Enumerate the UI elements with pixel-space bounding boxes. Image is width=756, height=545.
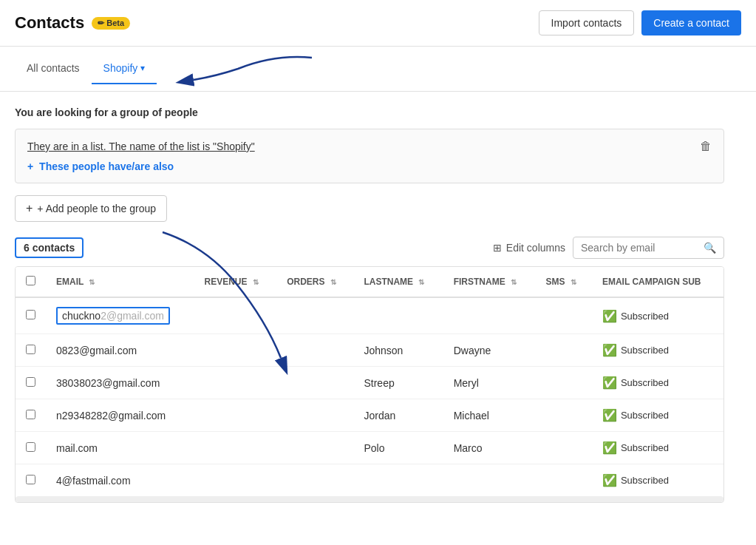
sms-cell: [536, 432, 592, 464]
add-people-button[interactable]: + + Add people to the group: [15, 195, 167, 222]
contacts-table: EMAIL ⇅ REVENUE ⇅ ORDERS ⇅ LASTNAME: [15, 266, 724, 503]
lastname-cell: Polo: [353, 432, 443, 464]
col-sms[interactable]: SMS ⇅: [536, 267, 592, 297]
email-cell[interactable]: chuckno2@gmail.com: [46, 297, 194, 334]
search-input[interactable]: [581, 242, 699, 254]
lastname-cell: Streep: [353, 367, 443, 399]
table-row: n29348282@gmail.comJordanMichael✅Subscri…: [16, 399, 723, 432]
subscribed-check-icon: ✅: [602, 408, 617, 422]
sms-sort-icon: ⇅: [571, 278, 576, 286]
subscribed-cell: ✅Subscribed: [592, 334, 723, 367]
page-title: Contacts: [15, 13, 84, 33]
email-sort-icon: ⇅: [89, 278, 95, 286]
revenue-cell: [194, 399, 276, 432]
plus-icon: +: [26, 202, 33, 215]
subscribed-cell: ✅Subscribed: [592, 432, 723, 464]
col-email-campaign[interactable]: EMAIL CAMPAIGN SUB: [592, 267, 723, 297]
col-orders[interactable]: ORDERS ⇅: [276, 267, 353, 297]
sms-cell: [536, 367, 592, 399]
tab-all-contacts[interactable]: All contacts: [15, 53, 92, 84]
orders-cell: [276, 464, 353, 497]
table-row: 4@fastmail.com✅Subscribed: [16, 464, 723, 497]
add-group-container: + + Add people to the group: [15, 195, 167, 237]
col-email[interactable]: EMAIL ⇅: [46, 267, 194, 297]
orders-cell: [276, 297, 353, 334]
grid-icon: ⊞: [493, 242, 502, 254]
create-contact-button[interactable]: Create a contact: [641, 10, 741, 35]
subscribed-check-icon: ✅: [602, 309, 617, 323]
filter-also[interactable]: + These people have/are also: [27, 160, 712, 172]
subscribed-label: Subscribed: [621, 442, 669, 453]
firstname-cell: Michael: [443, 399, 536, 432]
table-right-controls: ⊞ Edit columns 🔍: [493, 237, 724, 259]
subscribed-label: Subscribed: [621, 377, 669, 388]
table-row: mail.comPoloMarco✅Subscribed: [16, 432, 723, 464]
col-revenue[interactable]: REVENUE ⇅: [194, 267, 276, 297]
subscribed-label: Subscribed: [621, 311, 669, 322]
shopify-dropdown-icon: ▾: [140, 63, 145, 73]
edit-columns-button[interactable]: ⊞ Edit columns: [493, 242, 565, 254]
table-row: 0823@gmail.comJohnsonDwayne✅Subscribed: [16, 334, 723, 367]
row-checkbox[interactable]: [26, 442, 35, 452]
email-cell[interactable]: n29348282@gmail.com: [46, 399, 194, 432]
lastname-cell: Johnson: [353, 334, 443, 367]
tabs-bar: All contacts Shopify ▾: [0, 47, 756, 92]
orders-cell: [276, 432, 353, 464]
firstname-cell: Marco: [443, 432, 536, 464]
group-label: You are looking for a group of people: [15, 106, 741, 118]
subscribed-cell: ✅Subscribed: [592, 399, 723, 432]
table-controls: 6 contacts ⊞ Edit columns 🔍: [15, 237, 724, 259]
subscribed-label: Subscribed: [621, 475, 669, 486]
filter-text[interactable]: They are in a list. The name of the list…: [27, 141, 255, 152]
main-content: You are looking for a group of people Th…: [0, 92, 756, 518]
email-cell[interactable]: 4@fastmail.com: [46, 464, 194, 497]
row-checkbox[interactable]: [26, 345, 35, 354]
row-checkbox[interactable]: [26, 410, 35, 419]
subscribed-label: Subscribed: [621, 410, 669, 421]
firstname-cell: [443, 464, 536, 497]
orders-cell: [276, 334, 353, 367]
filter-box: They are in a list. The name of the list…: [15, 129, 724, 183]
subscribed-check-icon: ✅: [602, 441, 617, 455]
row-checkbox[interactable]: [26, 475, 35, 484]
revenue-cell: [194, 367, 276, 399]
table-header-row: EMAIL ⇅ REVENUE ⇅ ORDERS ⇅ LASTNAME: [16, 267, 723, 297]
lastname-cell: Jordan: [353, 399, 443, 432]
orders-cell: [276, 399, 353, 432]
table-row: chuckno2@gmail.com✅Subscribed: [16, 297, 723, 334]
sms-cell: [536, 297, 592, 334]
email-cell[interactable]: 38038023@gmail.com: [46, 367, 194, 399]
beta-badge: ✏ Beta: [92, 17, 130, 30]
firstname-cell: Dwayne: [443, 334, 536, 367]
sms-cell: [536, 399, 592, 432]
sms-cell: [536, 334, 592, 367]
highlighted-email: chuckno2@gmail.com: [56, 307, 170, 325]
subscribed-check-icon: ✅: [602, 473, 617, 487]
subscribed-label: Subscribed: [621, 345, 669, 356]
firstname-cell: Meryl: [443, 367, 536, 399]
email-cell[interactable]: mail.com: [46, 432, 194, 464]
subscribed-check-icon: ✅: [602, 376, 617, 390]
row-checkbox[interactable]: [26, 310, 35, 319]
tab-shopify[interactable]: Shopify ▾: [92, 53, 157, 84]
revenue-cell: [194, 334, 276, 367]
header-left: Contacts ✏ Beta: [15, 13, 130, 33]
revenue-cell: [194, 432, 276, 464]
col-lastname[interactable]: LASTNAME ⇅: [353, 267, 443, 297]
lastname-cell: [353, 297, 443, 334]
contacts-count: 6 contacts: [15, 237, 84, 258]
search-box: 🔍: [573, 237, 724, 259]
firstname-sort-icon: ⇅: [511, 278, 517, 286]
header-buttons: Import contacts Create a contact: [539, 10, 741, 35]
sms-cell: [536, 464, 592, 497]
filter-row: They are in a list. The name of the list…: [27, 140, 712, 153]
email-cell[interactable]: 0823@gmail.com: [46, 334, 194, 367]
orders-sort-icon: ⇅: [330, 278, 336, 286]
horizontal-scrollbar[interactable]: [16, 496, 723, 502]
select-all-checkbox[interactable]: [26, 276, 35, 285]
lastname-sort-icon: ⇅: [418, 278, 424, 286]
delete-filter-icon[interactable]: 🗑: [700, 140, 712, 153]
import-contacts-button[interactable]: Import contacts: [539, 10, 635, 35]
col-firstname[interactable]: FIRSTNAME ⇅: [443, 267, 536, 297]
row-checkbox[interactable]: [26, 377, 35, 387]
